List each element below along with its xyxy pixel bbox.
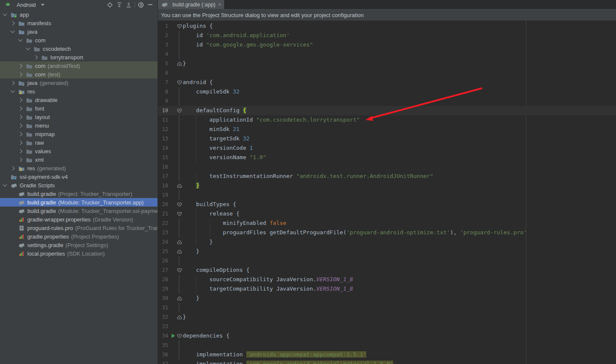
code-line-9[interactable]: 9 bbox=[158, 96, 616, 106]
code-line-12[interactable]: 12 minSdk 21 bbox=[158, 125, 616, 134]
tree-item-app[interactable]: app bbox=[0, 10, 158, 19]
tab-build-gradle-app[interactable]: build.gradle (:app) × bbox=[158, 0, 224, 9]
code-editor[interactable]: 1plugins {2 id 'com.android.application'… bbox=[158, 20, 616, 364]
fold-start-icon[interactable] bbox=[176, 21, 183, 31]
tree-item-settings-gradle-project-settings[interactable]: settings.gradle(Project Settings) bbox=[0, 241, 158, 249]
code-line-23[interactable]: 23 proguardFiles getDefaultProguardFile(… bbox=[158, 228, 616, 237]
close-icon[interactable]: × bbox=[218, 2, 222, 7]
tree-item-com[interactable]: com bbox=[0, 36, 158, 44]
code-line-14[interactable]: 14 versionCode 1 bbox=[158, 143, 616, 153]
chevron-right-icon[interactable] bbox=[18, 140, 23, 145]
chevron-right-icon[interactable] bbox=[11, 81, 15, 85]
code-line-5[interactable]: 5} bbox=[158, 59, 616, 68]
code-line-37[interactable]: 37 implementation 'com.google.android.ma… bbox=[158, 359, 616, 364]
run-gutter-icon[interactable] bbox=[171, 331, 176, 341]
fold-end-icon[interactable] bbox=[176, 247, 183, 256]
code-line-36[interactable]: 36 implementation 'androidx.appcompat:ap… bbox=[158, 350, 616, 359]
fold-end-icon[interactable] bbox=[176, 312, 183, 322]
chevron-right-icon[interactable] bbox=[11, 21, 15, 25]
tree-item-com-test[interactable]: com(test) bbox=[0, 70, 158, 79]
chevron-right-icon[interactable] bbox=[18, 98, 23, 102]
expand-all-icon[interactable] bbox=[114, 0, 124, 9]
code-line-8[interactable]: 8 compileSdk 32 bbox=[158, 87, 616, 96]
chevron-down-icon[interactable] bbox=[11, 29, 15, 33]
chevron-right-icon[interactable] bbox=[18, 149, 23, 153]
fold-end-icon[interactable] bbox=[176, 59, 183, 68]
tree-item-xml[interactable]: xml bbox=[0, 155, 158, 164]
chevron-right-icon[interactable] bbox=[18, 72, 23, 76]
code-line-6[interactable]: 6 bbox=[158, 68, 616, 78]
fold-start-icon[interactable] bbox=[176, 200, 183, 209]
tree-item-proguard-rules-pro-proguard-rules-for-trucker-transporter[interactable]: proguard-rules.pro(ProGuard Rules for Tr… bbox=[0, 224, 158, 232]
code-line-24[interactable]: 24 } bbox=[158, 237, 616, 247]
tree-item-font[interactable]: font bbox=[0, 104, 158, 113]
code-line-33[interactable]: 33 bbox=[158, 322, 616, 331]
tree-item-java[interactable]: java bbox=[0, 27, 158, 36]
tree-item-raw[interactable]: raw bbox=[0, 138, 158, 147]
tree-item-layout[interactable]: layout bbox=[0, 113, 158, 121]
chevron-right-icon[interactable] bbox=[18, 64, 23, 68]
fold-end-icon[interactable] bbox=[176, 181, 183, 190]
hide-panel-icon[interactable] bbox=[146, 0, 155, 9]
fold-start-icon[interactable] bbox=[176, 209, 183, 218]
chevron-down-icon[interactable] bbox=[11, 89, 15, 93]
tree-item-values[interactable]: values bbox=[0, 147, 158, 155]
code-line-19[interactable]: 19 bbox=[158, 190, 616, 200]
fold-start-icon[interactable] bbox=[176, 78, 183, 87]
chevron-right-icon[interactable] bbox=[18, 123, 23, 128]
code-line-18[interactable]: 18 } bbox=[158, 181, 616, 190]
chevron-down-icon[interactable] bbox=[3, 12, 7, 16]
code-line-21[interactable]: 21 release { bbox=[158, 209, 616, 218]
tree-item-res[interactable]: res bbox=[0, 87, 158, 96]
chevron-right-icon[interactable] bbox=[18, 115, 23, 119]
code-line-1[interactable]: 1plugins { bbox=[158, 21, 616, 31]
code-line-10[interactable]: 10 defaultConfig { bbox=[158, 106, 616, 115]
chevron-down-icon[interactable] bbox=[3, 183, 7, 187]
chevron-right-icon[interactable] bbox=[34, 55, 38, 59]
tree-item-ssl-payment-sdk-v4[interactable]: ssl-payment-sdk-v4 bbox=[0, 172, 158, 181]
tree-item-manifests[interactable]: manifests bbox=[0, 19, 158, 27]
code-line-13[interactable]: 13 targetSdk 32 bbox=[158, 134, 616, 143]
tree-item-local-properties-sdk-location[interactable]: local.properties(SDK Location) bbox=[0, 249, 158, 258]
tree-item-lorrytransport[interactable]: lorrytransport bbox=[0, 53, 158, 61]
code-line-28[interactable]: 28 sourceCompatibility JavaVersion.VERSI… bbox=[158, 275, 616, 284]
chevron-right-icon[interactable] bbox=[11, 166, 15, 170]
chevron-down-icon[interactable] bbox=[26, 46, 30, 50]
chevron-right-icon[interactable] bbox=[18, 157, 23, 162]
tree-item-build-gradle-project-trucker-transporter[interactable]: build.gradle(Project: Trucker_Transporte… bbox=[0, 189, 158, 198]
tree-item-gradle-properties-project-properties[interactable]: gradle.properties(Project Properties) bbox=[0, 232, 158, 241]
code-line-32[interactable]: 32} bbox=[158, 312, 616, 322]
code-line-26[interactable]: 26 bbox=[158, 256, 616, 265]
chevron-right-icon[interactable] bbox=[18, 132, 23, 136]
tree-item-cscodetech[interactable]: cscodetech bbox=[0, 44, 158, 53]
tree-item-mipmap[interactable]: mipmap bbox=[0, 130, 158, 138]
fold-start-icon[interactable] bbox=[176, 106, 183, 115]
chevron-down-icon[interactable] bbox=[41, 4, 44, 6]
fold-start-icon[interactable] bbox=[176, 331, 183, 341]
tree-item-res-generated[interactable]: res(generated) bbox=[0, 164, 158, 172]
tree-item-menu[interactable]: menu bbox=[0, 121, 158, 130]
code-line-27[interactable]: 27 compileOptions { bbox=[158, 265, 616, 275]
code-line-11[interactable]: 11 applicationId "com.cscodetech.lorrytr… bbox=[158, 115, 616, 125]
tree-item-drawable[interactable]: drawable bbox=[0, 96, 158, 104]
tree-item-gradle-scripts[interactable]: Gradle Scripts bbox=[0, 181, 158, 189]
code-line-25[interactable]: 25 } bbox=[158, 247, 616, 256]
tree-item-com-androidtest[interactable]: com(androidTest) bbox=[0, 61, 158, 70]
code-line-29[interactable]: 29 targetCompatibility JavaVersion.VERSI… bbox=[158, 284, 616, 294]
tree-item-build-gradle-module-trucker-transporter-ssl-payment-sdk-v4[interactable]: build.gradle(Module: Trucker_Transporter… bbox=[0, 207, 158, 215]
fold-start-icon[interactable] bbox=[176, 265, 183, 275]
code-line-35[interactable]: 35 bbox=[158, 341, 616, 350]
code-line-22[interactable]: 22 minifyEnabled false bbox=[158, 218, 616, 228]
tree-item-java-generated[interactable]: java(generated) bbox=[0, 79, 158, 87]
collapse-all-icon[interactable] bbox=[124, 0, 133, 9]
project-view-selector[interactable]: Android bbox=[17, 2, 36, 8]
code-line-4[interactable]: 4 bbox=[158, 50, 616, 59]
code-line-3[interactable]: 3 id "com.google.gms.google-services" bbox=[158, 40, 616, 50]
code-line-20[interactable]: 20 buildTypes { bbox=[158, 200, 616, 209]
settings-icon[interactable] bbox=[136, 0, 146, 9]
code-line-15[interactable]: 15 versionName "1.0" bbox=[158, 153, 616, 162]
locate-icon[interactable] bbox=[105, 0, 114, 9]
code-line-34[interactable]: 34dependencies { bbox=[158, 331, 616, 341]
code-line-30[interactable]: 30 } bbox=[158, 294, 616, 303]
chevron-down-icon[interactable] bbox=[18, 38, 23, 42]
